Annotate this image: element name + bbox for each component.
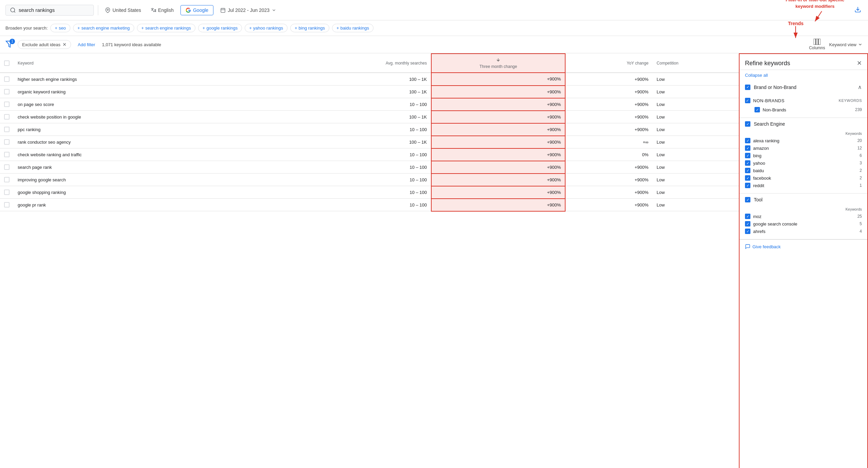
svg-line-8: [815, 11, 822, 21]
avg-monthly-cell: 100 – 1K: [288, 73, 431, 86]
search-engine-checkbox[interactable]: [745, 121, 750, 127]
se-item-checkbox[interactable]: [745, 168, 750, 173]
yoy-header[interactable]: YoY change: [565, 54, 653, 73]
row-checkbox-cell[interactable]: [0, 111, 14, 123]
se-item-checkbox[interactable]: [745, 153, 750, 158]
keyword-view-button[interactable]: Keyword view: [829, 42, 863, 47]
search-query: search rankings: [19, 7, 55, 13]
brand-checkbox[interactable]: [745, 85, 750, 90]
row-checkbox[interactable]: [4, 152, 10, 157]
tool-section-header[interactable]: Tool: [740, 194, 867, 206]
table-row: search page rank 10 – 100 +900% +900% Lo…: [0, 161, 739, 174]
broaden-tag-google-label: google rankings: [206, 25, 238, 31]
tool-section-title: Tool: [754, 197, 862, 202]
exclude-adult-tag[interactable]: Exclude adult ideas ✕: [18, 40, 71, 49]
yoy-cell: +900%: [565, 161, 653, 174]
broaden-tag-google[interactable]: + google rankings: [198, 24, 242, 32]
non-brands-item: Non-Brands 239: [754, 106, 862, 113]
date-range-selector[interactable]: Jul 2022 - Jun 2023: [218, 6, 279, 14]
broaden-tag-sem[interactable]: + search engine marketing: [73, 24, 134, 32]
row-checkbox[interactable]: [4, 202, 10, 208]
refine-header: Refine keywords ✕: [740, 54, 867, 70]
row-checkbox[interactable]: [4, 177, 10, 182]
tool-checkbox[interactable]: [745, 197, 750, 202]
row-checkbox-cell[interactable]: [0, 73, 14, 86]
row-checkbox[interactable]: [4, 127, 10, 132]
avg-monthly-header[interactable]: Avg. monthly searches: [288, 54, 431, 73]
row-checkbox[interactable]: [4, 164, 10, 170]
row-checkbox[interactable]: [4, 139, 10, 145]
non-brands-checkbox[interactable]: [745, 98, 750, 103]
language-filter[interactable]: English: [148, 6, 176, 14]
columns-button[interactable]: Columns: [809, 39, 825, 50]
se-item-checkbox[interactable]: [745, 138, 750, 143]
exclude-label: Exclude adult ideas: [22, 42, 60, 47]
row-checkbox[interactable]: [4, 102, 10, 107]
calendar-icon: [220, 7, 226, 13]
se-item-checkbox[interactable]: [745, 160, 750, 166]
search-engine-item: bing 6: [745, 152, 862, 159]
remove-filter-button[interactable]: ✕: [63, 42, 67, 47]
avg-monthly-cell: 100 – 1K: [288, 111, 431, 123]
keyword-cell: organic keyword ranking: [14, 86, 288, 98]
avg-monthly-cell: 10 – 100: [288, 161, 431, 174]
location-filter[interactable]: United States: [102, 6, 144, 14]
tool-item-checkbox[interactable]: [745, 214, 750, 219]
table-row: google shopping ranking 10 – 100 +900% +…: [0, 186, 739, 199]
se-item-checkbox[interactable]: [745, 175, 750, 181]
broaden-tag-ser-label: search engine rankings: [145, 25, 191, 31]
keyword-cell: google shopping ranking: [14, 186, 288, 199]
filter-icon-button[interactable]: 1: [5, 40, 14, 49]
engine-label: Google: [193, 7, 208, 13]
broaden-plus-icon-7: +: [336, 25, 339, 31]
se-item-label: reddit: [753, 183, 857, 188]
three-month-header[interactable]: Three month change: [431, 54, 565, 73]
brand-section-body: Non-Brands Keywords Non-Brands 239: [740, 94, 867, 118]
se-keywords-header: Keywords: [745, 131, 862, 137]
search-box[interactable]: search rankings: [5, 5, 94, 16]
tool-item-checkbox[interactable]: [745, 221, 750, 227]
download-button[interactable]: [853, 5, 863, 15]
row-checkbox-cell[interactable]: [0, 186, 14, 199]
row-checkbox[interactable]: [4, 89, 10, 94]
search-engine-section-header[interactable]: Search Engine: [740, 118, 867, 130]
broaden-tag-yahoo[interactable]: + yahoo rankings: [245, 24, 288, 32]
select-all-header[interactable]: [0, 54, 14, 73]
row-checkbox-cell[interactable]: [0, 123, 14, 136]
row-checkbox-cell[interactable]: [0, 136, 14, 148]
non-brands-item-checkbox[interactable]: [754, 107, 760, 112]
competition-cell: Low: [653, 186, 739, 199]
avg-monthly-cell: 10 – 100: [288, 199, 431, 211]
keyword-header[interactable]: Keyword: [14, 54, 288, 73]
se-item-checkbox[interactable]: [745, 145, 750, 151]
refine-close-button[interactable]: ✕: [857, 59, 862, 67]
google-engine-button[interactable]: Google: [180, 5, 213, 15]
se-item-checkbox[interactable]: [745, 183, 750, 188]
feedback-icon: [745, 244, 750, 249]
yoy-cell: +900%: [565, 123, 653, 136]
row-checkbox-cell[interactable]: [0, 148, 14, 161]
add-filter-button[interactable]: Add filter: [75, 41, 98, 49]
row-checkbox-cell[interactable]: [0, 98, 14, 111]
brand-section-header[interactable]: Brand or Non-Brand ∧: [740, 80, 867, 94]
row-checkbox-cell[interactable]: [0, 86, 14, 98]
brand-section-title: Brand or Non-Brand: [754, 85, 858, 90]
select-all-checkbox[interactable]: [4, 60, 10, 66]
row-checkbox[interactable]: [4, 190, 10, 195]
tool-item-count: 25: [857, 214, 862, 219]
row-checkbox-cell[interactable]: [0, 174, 14, 186]
competition-header[interactable]: Competition: [653, 54, 739, 73]
broaden-tag-seo[interactable]: + seo: [50, 24, 70, 32]
tool-item-checkbox[interactable]: [745, 229, 750, 234]
row-checkbox[interactable]: [4, 114, 10, 120]
svg-rect-3: [221, 8, 225, 12]
row-checkbox-cell[interactable]: [0, 161, 14, 174]
give-feedback-button[interactable]: Give feedback: [740, 239, 867, 253]
broaden-tag-bing[interactable]: + bing rankings: [290, 24, 329, 32]
row-checkbox[interactable]: [4, 76, 10, 82]
row-checkbox-cell[interactable]: [0, 199, 14, 211]
broaden-tag-ser[interactable]: + search engine rankings: [137, 24, 195, 32]
broaden-tag-baidu[interactable]: + baidu rankings: [332, 24, 374, 32]
search-engine-item: facebook 2: [745, 174, 862, 182]
collapse-all-button[interactable]: Collapse all: [740, 70, 867, 80]
